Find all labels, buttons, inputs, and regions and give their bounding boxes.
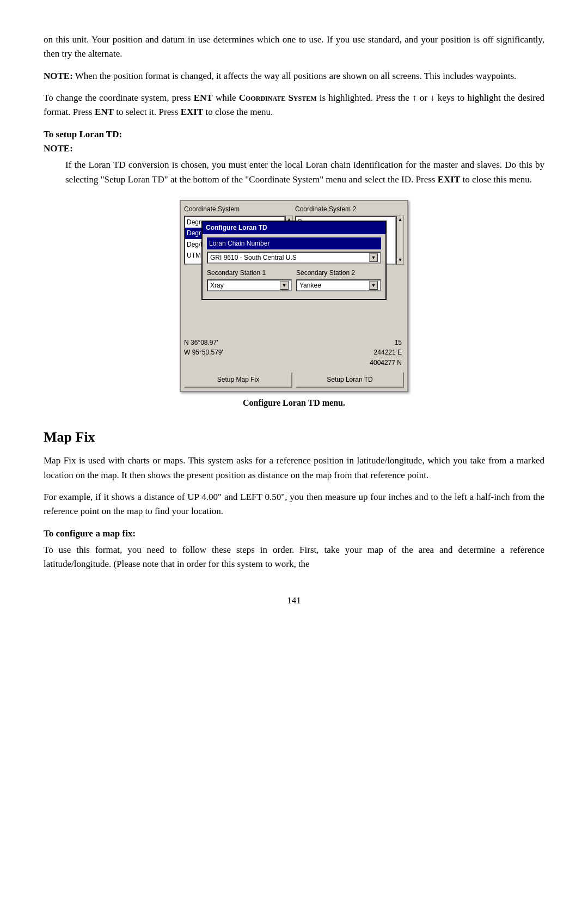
- note-exit-text: EXIT: [438, 174, 461, 185]
- note-heading-text: NOTE:: [44, 143, 73, 154]
- station2-value: Yankee: [299, 280, 369, 291]
- p3-part3: is highlighted. Press the: [317, 93, 413, 103]
- coord-right2: 4004277 N: [293, 358, 402, 368]
- setup-loran-heading: To setup Loran TD: NOTE:: [44, 127, 544, 156]
- station2-dropdown-arrow[interactable]: ▼: [369, 281, 378, 290]
- scrollbar-right[interactable]: ▲ ▼: [396, 216, 404, 265]
- map-fix-para2: For example, if it shows a distance of U…: [44, 490, 544, 519]
- paragraph-note: NOTE: When the position format is change…: [44, 69, 544, 83]
- map-fix-heading: Map Fix: [44, 426, 544, 448]
- coords-left: N 36°08.97' W 95°50.579': [184, 338, 293, 368]
- chain-number-label: Loran Chain Number: [207, 237, 381, 250]
- stations-row: Secondary Station 1 Xray ▼ Secondary Sta…: [207, 268, 381, 291]
- page-number-text: 141: [287, 595, 301, 606]
- coord-right-top: 15: [293, 338, 402, 348]
- p3-arrows: ↑ or ↓: [412, 93, 435, 103]
- map-fix-para1: Map Fix is used with charts or maps. Thi…: [44, 454, 544, 483]
- configure-map-fix-heading: To configure a map fix:: [44, 527, 544, 541]
- page-number: 141: [44, 594, 544, 608]
- caption: Configure Loran TD menu.: [44, 396, 544, 410]
- p3-part5: to select it. Press: [114, 107, 181, 117]
- station1-col: Secondary Station 1 Xray ▼: [207, 268, 292, 291]
- chain-value: GRI 9610 - South Central U.S: [210, 253, 369, 263]
- paragraph-3: To change the coordinate system, press E…: [44, 91, 544, 120]
- setup-loran-button[interactable]: Setup Loran TD: [296, 372, 404, 388]
- station2-col: Secondary Station 2 Yankee ▼: [296, 268, 381, 291]
- coordinate-dialog: Coordinate System Degrees Degrees/Minute…: [180, 200, 408, 392]
- note-rest: When the position format is changed, it …: [73, 71, 516, 81]
- coord-w: W 95°50.579': [184, 347, 293, 358]
- chain-select[interactable]: GRI 9610 - South Central U.S ▼: [207, 252, 381, 264]
- caption-text: Configure Loran TD menu.: [243, 398, 345, 407]
- coords-right: 15 244221 E 4004277 N: [293, 338, 404, 368]
- config-heading-text: To configure a map fix:: [44, 528, 136, 539]
- chain-dropdown-arrow[interactable]: ▼: [369, 253, 378, 262]
- p3-ent: ENT: [194, 93, 213, 103]
- station1-label: Secondary Station 1: [207, 268, 292, 278]
- coord-right1: 244221 E: [293, 347, 402, 358]
- coord-system-label: Coordinate System: [184, 204, 293, 215]
- note-bold: NOTE:: [44, 71, 73, 81]
- p3-part6: to close the menu.: [203, 107, 273, 117]
- coord-n: N 36°08.97': [184, 338, 293, 348]
- station1-dropdown-arrow[interactable]: ▼: [280, 281, 289, 290]
- coord-system2-label: Coordinate System 2: [295, 204, 404, 215]
- configure-body: To use this format, you need to follow t…: [44, 543, 544, 572]
- setup-heading-text: To setup Loran TD:: [44, 129, 122, 139]
- loran-body: Loran Chain Number GRI 9610 - South Cent…: [203, 234, 385, 299]
- station2-label: Secondary Station 2: [296, 268, 381, 278]
- station1-value: Xray: [210, 280, 280, 291]
- chain-select-row: GRI 9610 - South Central U.S ▼: [207, 252, 381, 264]
- dialog-buttons: Setup Map Fix Setup Loran TD: [181, 370, 407, 391]
- p3-part2: while: [213, 93, 239, 103]
- station2-select[interactable]: Yankee ▼: [296, 279, 381, 291]
- mf-p1-text: Map Fix is used with charts or maps. Thi…: [44, 455, 544, 480]
- p3-exit: EXIT: [181, 107, 204, 117]
- p3-coord: Coordinate System: [239, 93, 317, 103]
- config-body-text: To use this format, you need to follow t…: [44, 545, 544, 569]
- paragraph-1: on this unit. Your position and datum in…: [44, 33, 544, 62]
- mf-p2-text: For example, if it shows a distance of U…: [44, 492, 544, 516]
- note-end-text: to close this menu.: [460, 174, 532, 185]
- coords-row: N 36°08.97' W 95°50.579' 15 244221 E 400…: [181, 335, 407, 370]
- dialog-wrapper: Coordinate System Degrees Degrees/Minute…: [44, 200, 544, 392]
- station1-select[interactable]: Xray ▼: [207, 279, 292, 291]
- loran-title-bar: Configure Loran TD: [203, 222, 385, 234]
- p3-part1: To change the coordinate system, press: [44, 93, 194, 103]
- setup-map-button[interactable]: Setup Map Fix: [184, 372, 292, 388]
- para1-text: on this unit. Your position and datum in…: [44, 34, 544, 59]
- p3-ent2: ENT: [95, 107, 114, 117]
- map-fix-heading-text: Map Fix: [44, 429, 95, 445]
- loran-dialog: Configure Loran TD Loran Chain Number GR…: [201, 221, 387, 300]
- note-indent-block: If the Loran TD conversion is chosen, yo…: [65, 158, 544, 187]
